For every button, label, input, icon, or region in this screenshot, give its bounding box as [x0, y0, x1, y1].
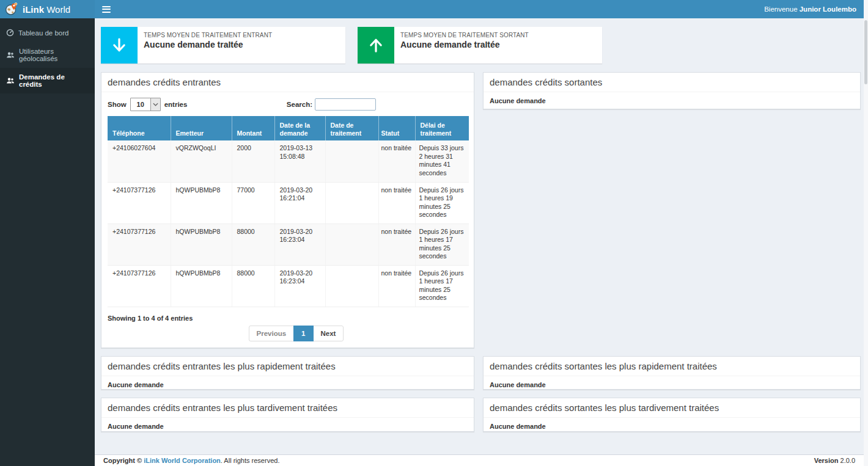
brand-text: iLink World — [23, 4, 70, 15]
panel-title: demandes crédits sortantes les plus tard… — [484, 398, 860, 418]
cell-emitter: vQRZWQoqLI — [171, 140, 232, 182]
table-row: +24106027604 vQRZWQoqLI 2000 2019-03-13 … — [108, 140, 469, 182]
users-icon — [6, 77, 15, 85]
table-row: +24107377126 hQWPUBMbP8 77000 2019-03-20… — [108, 182, 469, 224]
search-control: Search: — [287, 98, 376, 111]
cell-phone: +24107377126 — [108, 224, 171, 265]
sidebar-item-tableau-de-bord[interactable]: Tableau de bord — [0, 23, 95, 42]
footer: Copyright © iLink World Corporation. All… — [95, 454, 864, 466]
chevron-down-icon — [150, 98, 160, 111]
panel-entrantes-rapidement: demandes crédits entrantes les plus rapi… — [101, 356, 474, 390]
panel-title: demandes crédits sortantes les plus rapi… — [484, 357, 860, 376]
users-icon — [6, 51, 15, 59]
cell-processing-date — [325, 265, 378, 307]
column-header-date-traitement[interactable]: Date de traitement — [325, 116, 378, 140]
demandes-entrantes-table: Téléphone Emetteur Montant Date de la de… — [108, 116, 469, 307]
cell-status: non traitée — [378, 140, 415, 182]
sidebar-item-label: Utilisateurs géolocalisés — [19, 48, 89, 62]
corporation-link[interactable]: iLink World Corporation — [144, 457, 221, 464]
entries-label: entries — [164, 101, 188, 108]
panel-demandes-entrantes: demandes crédits entrantes Show 10 entri… — [101, 72, 474, 348]
scrollbar-thumb[interactable] — [864, 20, 867, 84]
sidebar-item-demandes-de-credits[interactable]: Demandes de crédits — [0, 68, 95, 93]
empty-message: Aucune demande — [484, 376, 860, 393]
cell-status: non traitée — [378, 265, 415, 307]
page-size-select[interactable]: 10 — [130, 98, 161, 111]
cell-amount: 77000 — [232, 182, 274, 224]
cell-amount: 88000 — [232, 265, 274, 307]
cell-phone: +24106027604 — [108, 140, 171, 182]
version-text: Version 2.0.0 — [814, 457, 855, 464]
cell-amount: 2000 — [232, 140, 274, 182]
cell-delay: Depuis 26 jours 1 heures 19 minutes 25 s… — [415, 182, 469, 224]
column-header-telephone[interactable]: Téléphone — [108, 116, 171, 140]
cell-delay: Depuis 33 jours 2 heures 31 minutes 41 s… — [415, 140, 469, 182]
brand-logo[interactable]: iLink World — [0, 0, 95, 18]
panel-title: demandes crédits entrantes les plus rapi… — [101, 357, 474, 376]
table-row: +24107377126 hQWPUBMbP8 88000 2019-03-20… — [108, 224, 469, 265]
table-info: Showing 1 to 4 of 4 entries — [101, 307, 474, 322]
dashboard-icon — [6, 29, 14, 37]
panel-sortantes-tardivement: demandes crédits sortantes les plus tard… — [483, 398, 861, 432]
panel-title: demandes crédits sortantes — [484, 73, 860, 92]
cell-phone: +24107377126 — [108, 265, 171, 307]
top-navbar: Bienvenue Junior Loulembo — [95, 0, 864, 18]
cell-request-date: 2019-03-20 16:21:04 — [274, 182, 325, 224]
column-header-delai[interactable]: Délai de traitement — [415, 116, 469, 140]
panel-demandes-sortantes: demandes crédits sortantes Aucune demand… — [483, 72, 861, 109]
panel-title: demandes crédits entrantes — [101, 73, 474, 92]
cell-status: non traitée — [378, 182, 415, 224]
cell-request-date: 2019-03-13 15:08:48 — [274, 140, 325, 182]
panel-title: demandes crédits entrantes les plus tard… — [101, 398, 474, 418]
cell-status: non traitée — [378, 224, 415, 265]
cell-emitter: hQWPUBMbP8 — [171, 224, 232, 265]
cell-request-date: 2019-03-20 16:23:04 — [274, 224, 325, 265]
sidebar-item-label: Tableau de bord — [18, 29, 68, 37]
previous-page-button[interactable]: Previous — [249, 326, 294, 341]
cell-emitter: hQWPUBMbP8 — [171, 265, 232, 307]
arrow-up-icon — [358, 27, 394, 64]
column-header-montant[interactable]: Montant — [232, 116, 274, 140]
panel-entrantes-tardivement: demandes crédits entrantes les plus tard… — [101, 398, 474, 432]
sidebar: iLink World Tableau de bord Utilisateurs… — [0, 0, 95, 466]
empty-message: Aucune demande — [484, 418, 860, 435]
stat-box-sortant: TEMPS MOYEN DE TRAITEMENT SORTANT Aucune… — [358, 27, 602, 64]
column-header-date-demande[interactable]: Date de la demande — [274, 116, 325, 140]
search-input[interactable] — [315, 98, 376, 111]
arrow-down-icon — [101, 27, 138, 64]
main-content: TEMPS MOYEN DE TRAITEMENT ENTRANT Aucune… — [95, 18, 864, 454]
copyright-text: Copyright © iLink World Corporation. All… — [103, 457, 279, 464]
sidebar-item-utilisateurs-geolocalises[interactable]: Utilisateurs géolocalisés — [0, 42, 95, 68]
page-size-value: 10 — [131, 98, 150, 111]
page-length-control: Show 10 entries — [108, 98, 187, 111]
cell-phone: +24107377126 — [108, 182, 171, 224]
datatable-controls: Show 10 entries Search: — [101, 92, 474, 116]
cell-delay: Depuis 26 jours 1 heures 17 minutes 25 s… — [415, 224, 469, 265]
table-row: +24107377126 hQWPUBMbP8 88000 2019-03-20… — [108, 265, 469, 307]
cell-amount: 88000 — [232, 224, 274, 265]
hamburger-icon[interactable] — [102, 6, 111, 13]
stat-box-entrant: TEMPS MOYEN DE TRAITEMENT ENTRANT Aucune… — [101, 27, 345, 64]
show-label: Show — [108, 101, 127, 108]
empty-message: Aucune demande — [101, 376, 474, 393]
empty-message: Aucune demande — [484, 92, 860, 109]
cell-processing-date — [325, 224, 378, 265]
cell-processing-date — [325, 182, 378, 224]
stat-label: TEMPS MOYEN DE TRAITEMENT ENTRANT — [144, 32, 272, 38]
scrollbar-track — [864, 0, 868, 466]
cell-request-date: 2019-03-20 16:23:04 — [274, 265, 325, 307]
sidebar-item-label: Demandes de crédits — [19, 73, 89, 88]
page-1-button[interactable]: 1 — [293, 326, 313, 341]
welcome-text: Bienvenue Junior Loulembo — [764, 5, 856, 13]
search-label: Search: — [287, 101, 312, 108]
cell-emitter: hQWPUBMbP8 — [171, 182, 232, 224]
column-header-emetteur[interactable]: Emetteur — [171, 116, 232, 140]
globe-pin-icon — [5, 2, 18, 16]
panel-sortantes-rapidement: demandes crédits sortantes les plus rapi… — [483, 356, 861, 390]
table-header-row: Téléphone Emetteur Montant Date de la de… — [108, 116, 469, 140]
column-header-statut[interactable]: Statut — [378, 116, 415, 140]
next-page-button[interactable]: Next — [314, 326, 344, 341]
stat-value: Aucune demande traItée — [144, 40, 272, 49]
cell-delay: Depuis 26 jours 1 heures 17 minutes 25 s… — [415, 265, 469, 307]
stat-value: Aucune demande traItée — [400, 40, 529, 49]
